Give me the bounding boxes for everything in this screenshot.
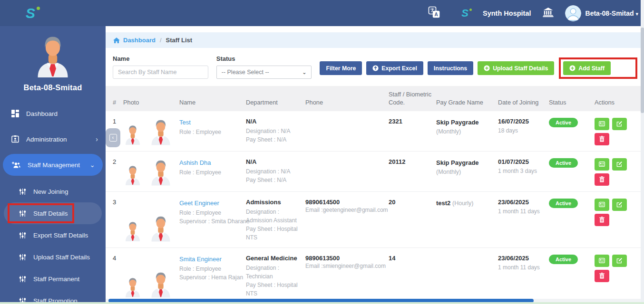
staff-photo-small[interactable] [123,276,142,298]
staff-photo-small[interactable] [123,124,142,145]
staff-card-button[interactable] [595,255,609,267]
staff-photos [123,118,179,145]
staff-management-submenu: New Joining Staff Details [0,180,106,304]
sidebar-item-label: Staff Management [28,162,80,169]
edit-button[interactable] [612,199,627,211]
joining-date: 01/07/2025 [498,158,549,165]
id-badge-icon [11,135,19,143]
sidebar-item-label: New Joining [33,188,68,195]
translate-icon[interactable]: A [428,6,440,20]
staff-photo-large[interactable] [148,158,173,186]
department-cell: Admissions Designation : Admission Assis… [246,199,305,242]
upload-staff-details-button[interactable]: Upload Staff Details [478,61,554,75]
collapse-chevron-icon: ‹ [109,134,117,142]
staff-name-search-input[interactable] [113,66,208,79]
delete-button[interactable] [595,133,609,145]
staff-name-link[interactable]: Geet Engineer [179,200,219,207]
sidebar-collapse-button[interactable]: ‹ [106,128,120,147]
sidebar: Beta-08-Smitad Dashboard Administration … [0,26,106,304]
vertical-scrollbar-track[interactable] [641,0,644,304]
staff-photo-large[interactable] [148,270,173,298]
date-of-joining-cell: 23/06/2025 1 month 11 days [498,255,549,298]
institution-icon[interactable] [543,8,554,19]
add-staff-button[interactable]: Add Staff [563,61,611,75]
staff-name-link[interactable]: Test [179,119,191,126]
topbar: S A S Synth Hospital [0,0,644,26]
phone-number: 9890613500 [305,255,389,262]
staff-name-link[interactable]: Smita Engineer [179,256,222,263]
edit-icon [616,161,623,167]
brand-dot [469,9,472,11]
sidebar-item-label: Staff Permanent [33,276,79,283]
actions-cell [595,255,628,298]
edit-button[interactable] [612,158,627,171]
joining-date: 23/06/2025 [498,255,549,262]
name-cell: Ashish Dha Role : Employee [179,158,246,186]
user-avatar[interactable] [565,5,581,21]
pay-grade-cell: Skip Paygrade (Monthly) [436,118,498,145]
dashboard-icon [11,110,19,117]
plus-circle-icon [484,65,490,71]
delete-button[interactable] [595,270,609,282]
pay-grade-cell [436,255,498,298]
sidebar-item-administration[interactable]: Administration › [0,128,106,150]
actions-cell [595,158,628,186]
sidebar-item-new-joining[interactable]: New Joining [0,180,106,202]
sidebar-item-staff-management[interactable]: Staff Management ⌄ [3,154,103,176]
sidebar-item-staff-details[interactable]: Staff Details [4,202,102,224]
instructions-button[interactable]: Instructions [428,61,473,75]
staff-photo-large[interactable] [148,214,173,242]
table-row: 1 Test Role : Employee [106,111,644,152]
status-badge: Active [549,255,578,264]
delete-button[interactable] [595,214,609,226]
trash-icon [599,273,605,279]
edit-button[interactable] [612,255,627,267]
staff-photo-large[interactable] [148,118,173,145]
edit-icon [616,121,623,127]
status-label: Status [216,55,312,62]
brand-logo-icon[interactable]: S [26,6,35,20]
chevron-right-icon: › [96,135,98,143]
status-filter-group: Status -- Please Select -- ⌄ [216,55,312,79]
biometric-code: 20112 [389,158,436,186]
edit-button[interactable] [612,118,627,130]
sidebar-item-label: Upload Staff Details [33,254,90,261]
department-info: Designation : TechnicianPay Sheet : Hosp… [246,264,305,298]
sidebar-item-export-staff-details[interactable]: Export Staff Details [0,224,106,246]
breadcrumb-separator: / [160,37,162,44]
pay-grade-name: Skip Paygrade [436,119,479,126]
col-header: Date of Joining [498,98,549,106]
id-card-icon [599,202,605,207]
sidebar-item-upload-staff-details[interactable]: Upload Staff Details [0,246,106,268]
status-select[interactable]: -- Please Select -- ⌄ [216,66,312,79]
breadcrumb-current: Staff List [166,37,193,44]
name-cell: Test Role : Employee [179,118,246,145]
user-menu[interactable]: Beta-08-Smitad▾ [585,10,638,17]
export-excel-button[interactable]: Export Excel [366,61,423,75]
hospital-name: Synth Hospital [483,10,531,17]
vertical-scrollbar-thumb[interactable] [641,28,644,113]
filter-more-button[interactable]: Filter More [320,61,362,75]
sidebar-item-dashboard[interactable]: Dashboard [0,103,106,124]
staff-card-button[interactable] [595,199,609,211]
email-info: Email :geetengineer@gmail.com [305,206,389,214]
staff-photo-small[interactable] [123,220,142,242]
export-icon [372,65,379,71]
sidebar-profile: Beta-08-Smitad [0,26,106,92]
sidebar-item-staff-permanent[interactable]: Staff Permanent [0,268,106,290]
staff-name-link[interactable]: Ashish Dha [179,159,211,166]
sliders-icon [19,232,26,239]
bottom-strip [0,302,644,304]
breadcrumb-dashboard-link[interactable]: Dashboard [113,37,156,44]
staff-card-button[interactable] [595,118,609,130]
trash-icon [599,217,605,223]
col-header: # [113,98,123,106]
joining-date: 16/07/2025 [498,118,549,125]
staff-card-button[interactable] [595,158,609,171]
date-of-joining-cell: 16/07/2025 18 days [498,118,549,145]
staff-photo-small[interactable] [123,164,142,186]
staff-photos [123,255,179,298]
delete-button[interactable] [595,173,609,186]
department-cell: General Medicine Designation : Technicia… [246,255,305,298]
date-of-joining-cell: 23/06/2025 1 month 11 days [498,199,549,242]
